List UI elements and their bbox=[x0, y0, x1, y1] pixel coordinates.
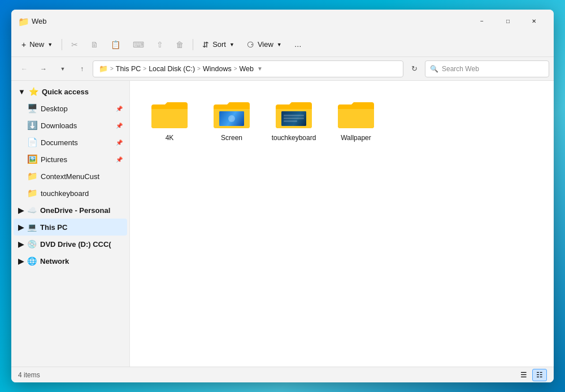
path-sep-0: > bbox=[110, 66, 114, 72]
downloads-pin-icon: 📌 bbox=[116, 123, 123, 129]
svg-rect-5 bbox=[284, 115, 304, 116]
quick-access-children: 🖥️ Desktop 📌 ⬇️ Downloads 📌 📄 Documents … bbox=[11, 100, 129, 202]
downloads-icon: ⬇️ bbox=[27, 120, 37, 130]
svg-point-2 bbox=[228, 115, 235, 122]
sidebar-downloads-label: Downloads bbox=[41, 121, 77, 130]
path-web[interactable]: Web bbox=[240, 65, 254, 73]
toolbar-sep-2 bbox=[193, 39, 193, 50]
item-count: 4 items bbox=[18, 371, 40, 379]
copy-button[interactable]: 🗎 bbox=[85, 35, 104, 54]
minimize-button[interactable]: − bbox=[469, 12, 495, 30]
sidebar-item-documents[interactable]: 📄 Documents 📌 bbox=[23, 134, 127, 151]
path-thispc[interactable]: This PC bbox=[116, 65, 141, 73]
grid-view-icon: ☷ bbox=[536, 371, 543, 379]
paste-button[interactable]: 📋 bbox=[105, 35, 126, 54]
new-button[interactable]: + New ▼ bbox=[16, 35, 58, 54]
forward-button[interactable]: → bbox=[35, 60, 52, 77]
cut-icon: ✂ bbox=[71, 40, 78, 49]
search-box[interactable]: 🔍 Search Web bbox=[425, 60, 549, 77]
thispc-icon: 💻 bbox=[27, 223, 37, 232]
sidebar-desktop-label: Desktop bbox=[41, 104, 68, 113]
refresh-button[interactable]: ↻ bbox=[406, 60, 423, 77]
touchkeyboard-icon: 📁 bbox=[27, 188, 37, 198]
path-localdisk[interactable]: Local Disk (C:) bbox=[149, 65, 195, 73]
delete-button[interactable]: 🗑 bbox=[170, 35, 189, 54]
rename-button[interactable]: ⌨ bbox=[127, 35, 150, 54]
copy-icon: 🗎 bbox=[90, 40, 98, 49]
delete-icon: 🗑 bbox=[176, 40, 184, 49]
sidebar-quick-access-header[interactable]: ▼ ⭐ Quick access bbox=[14, 83, 127, 100]
sidebar-item-pictures[interactable]: 🖼️ Pictures 📌 bbox=[23, 151, 127, 168]
file-area: 4K bbox=[130, 81, 554, 367]
path-icon: 📁 bbox=[99, 64, 108, 73]
dvd-expand-icon: ▶ bbox=[18, 240, 24, 249]
folder-title-icon: 📁 bbox=[18, 16, 27, 25]
sidebar-documents-label: Documents bbox=[41, 138, 78, 147]
quick-access-expand-icon: ▼ bbox=[18, 88, 25, 96]
window-title: Web bbox=[32, 17, 469, 25]
folder-4k[interactable]: 4K bbox=[141, 92, 198, 146]
svg-rect-6 bbox=[284, 117, 304, 119]
contextmenu-icon: 📁 bbox=[27, 171, 37, 181]
pictures-icon: 🖼️ bbox=[27, 154, 37, 164]
back-button[interactable]: ← bbox=[16, 60, 33, 77]
view-button[interactable]: ⚆ View ▼ bbox=[241, 35, 288, 54]
sort-dropdown-icon: ▼ bbox=[229, 42, 234, 47]
window-controls: − □ ✕ bbox=[469, 12, 547, 30]
folder-wallpaper-icon bbox=[336, 97, 376, 130]
paste-icon: 📋 bbox=[111, 40, 120, 49]
sidebar-network-header[interactable]: ▶ 🌐 Network bbox=[14, 252, 127, 269]
sidebar-item-touchkeyboard[interactable]: 📁 touchkeyboard bbox=[23, 185, 127, 202]
sidebar-item-desktop[interactable]: 🖥️ Desktop 📌 bbox=[23, 100, 127, 117]
sidebar-item-downloads[interactable]: ⬇️ Downloads 📌 bbox=[23, 117, 127, 134]
folder-wallpaper-label: Wallpaper bbox=[341, 134, 371, 142]
sidebar-dvd-header[interactable]: ▶ 💿 DVD Drive (D:) CCC( bbox=[14, 236, 127, 252]
search-icon: 🔍 bbox=[430, 65, 438, 73]
sort-button[interactable]: ⇵ Sort ▼ bbox=[197, 35, 240, 54]
view-icon: ⚆ bbox=[247, 40, 254, 49]
network-expand-icon: ▶ bbox=[18, 257, 24, 265]
list-view-button[interactable]: ☰ bbox=[516, 369, 531, 381]
maximize-button[interactable]: □ bbox=[495, 12, 521, 30]
new-label: New bbox=[29, 40, 44, 49]
sidebar-item-contextmenu[interactable]: 📁 ContextMenuCust bbox=[23, 168, 127, 185]
sort-label: Sort bbox=[212, 40, 226, 49]
sidebar-contextmenu-label: ContextMenuCust bbox=[41, 172, 99, 181]
sidebar-onedrive-header[interactable]: ▶ ☁️ OneDrive - Personal bbox=[14, 202, 127, 219]
share-icon: ⇧ bbox=[157, 40, 163, 49]
up-button[interactable]: ↑ bbox=[73, 60, 90, 77]
toolbar-sep-1 bbox=[62, 39, 62, 50]
close-button[interactable]: ✕ bbox=[521, 12, 547, 30]
view-toggles: ☰ ☷ bbox=[516, 369, 547, 381]
sidebar-thispc-header[interactable]: ▶ 💻 This PC bbox=[14, 219, 127, 236]
new-icon: + bbox=[21, 40, 26, 49]
documents-pin-icon: 📌 bbox=[116, 140, 123, 146]
more-icon: … bbox=[294, 40, 302, 49]
folder-touchkeyboard-icon bbox=[273, 97, 314, 130]
sidebar: ▼ ⭐ Quick access 🖥️ Desktop 📌 ⬇️ Downloa… bbox=[11, 81, 130, 367]
folder-4k-label: 4K bbox=[166, 134, 174, 142]
address-path[interactable]: 📁 > This PC > Local Disk (C:) > Windows … bbox=[93, 60, 403, 77]
onedrive-expand-icon: ▶ bbox=[18, 206, 24, 215]
sidebar-pictures-label: Pictures bbox=[41, 155, 67, 164]
onedrive-icon: ☁️ bbox=[27, 206, 37, 215]
path-sep-2: > bbox=[197, 66, 201, 72]
folder-screen[interactable]: Screen bbox=[203, 92, 260, 146]
folder-touchkeyboard[interactable]: touchkeyboard bbox=[266, 92, 322, 146]
more-button[interactable]: … bbox=[289, 35, 307, 54]
sort-icon: ⇵ bbox=[202, 40, 209, 49]
cut-button[interactable]: ✂ bbox=[66, 35, 84, 54]
sidebar-network-label: Network bbox=[40, 257, 69, 265]
sidebar-touchkeyboard-label: touchkeyboard bbox=[41, 189, 89, 198]
folder-4k-icon bbox=[149, 97, 190, 130]
path-expand-icon[interactable]: ▼ bbox=[257, 66, 263, 72]
path-sep-1: > bbox=[143, 66, 146, 72]
folder-wallpaper[interactable]: Wallpaper bbox=[328, 92, 384, 146]
path-windows[interactable]: Windows bbox=[203, 65, 232, 73]
grid-view-button[interactable]: ☷ bbox=[532, 369, 547, 381]
view-label: View bbox=[258, 40, 273, 49]
share-button[interactable]: ⇧ bbox=[151, 35, 169, 54]
recent-button[interactable]: ▼ bbox=[54, 60, 71, 77]
new-dropdown-icon: ▼ bbox=[47, 42, 53, 47]
toolbar: + New ▼ ✂ 🗎 📋 ⌨ ⇧ 🗑 ⇵ Sort ▼ ⚆ bbox=[11, 32, 554, 57]
